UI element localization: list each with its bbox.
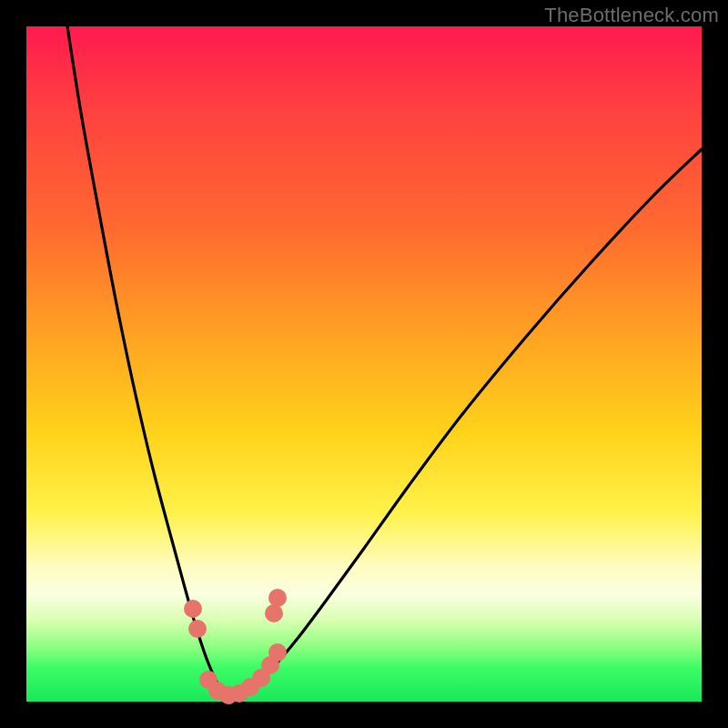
watermark-text: TheBottleneck.com — [544, 4, 719, 27]
chart-svg — [26, 26, 702, 702]
outer-frame: TheBottleneck.com — [0, 0, 728, 728]
marker-dot — [188, 620, 207, 638]
trough-markers — [184, 589, 287, 704]
marker-dot — [268, 643, 287, 662]
marker-dot — [184, 600, 202, 618]
marker-dot — [265, 604, 283, 622]
bottleneck-curve — [67, 26, 702, 695]
marker-dot — [268, 589, 287, 607]
